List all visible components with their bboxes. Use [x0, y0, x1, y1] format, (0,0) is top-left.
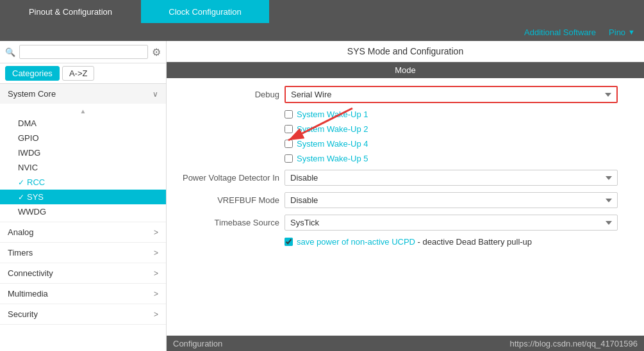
connectivity-chevron-icon: >	[154, 269, 158, 278]
clock-config-tab[interactable]: Clock Configuration	[141, 0, 269, 23]
sidebar-search-row: 🔍 ⚙	[0, 41, 166, 63]
rcc-check-icon: ✓	[18, 178, 24, 187]
system-core-items: ▲ DMA GPIO IWDG NVIC ✓ RCC	[0, 104, 166, 222]
wakeup2-checkbox[interactable]	[285, 125, 293, 133]
pino-chevron-icon: ▼	[628, 28, 635, 36]
clock-config-label: Clock Configuration	[169, 7, 241, 17]
pinout-config-tab[interactable]: Pinout & Configuration	[0, 0, 141, 23]
save-power-black-text: - deactive Dead Battery pull-up	[415, 237, 532, 247]
debug-select[interactable]: Serial Wire JTAG (5 pins) JTAG (4 pins) …	[285, 86, 618, 103]
additional-software-label: Additional Software	[524, 28, 596, 37]
tree-section-timers: Timers >	[0, 243, 166, 263]
mode-section-header: Mode	[167, 62, 644, 78]
search-input[interactable]	[19, 45, 148, 59]
main-layout: 🔍 ⚙ Categories A->Z System Core ∨ ▲	[0, 41, 644, 351]
sys-label: SYS	[27, 192, 44, 202]
timers-header[interactable]: Timers >	[0, 243, 166, 263]
status-bar: Configuration https://blog.csdn.net/qq_4…	[167, 336, 644, 351]
vrefbuf-label: VREFBUF Mode	[177, 195, 279, 205]
wakeup4-label[interactable]: System Wake-Up 4	[297, 139, 368, 149]
power-voltage-label: Power Voltage Detector In	[177, 173, 279, 183]
timebase-row: Timebase Source SysTick	[177, 215, 634, 231]
tree-section-security: Security >	[0, 304, 166, 325]
multimedia-chevron-icon: >	[154, 290, 158, 298]
status-left: Configuration	[173, 339, 222, 348]
content-body: Debug Serial Wire JTAG (5 pins) JTAG (4 …	[167, 78, 644, 336]
wakeup2-row: System Wake-Up 2	[285, 124, 634, 134]
vrefbuf-select[interactable]: Disable	[285, 192, 618, 208]
analog-chevron-icon: >	[154, 228, 158, 237]
status-right: https://blog.csdn.net/qq_41701596	[510, 339, 638, 348]
system-core-header[interactable]: System Core ∨	[0, 84, 166, 104]
security-header[interactable]: Security >	[0, 304, 166, 324]
content-wrapper: SYS Mode and Configuration Mode Debug Se…	[167, 41, 644, 351]
system-core-chevron-icon: ∨	[153, 90, 158, 99]
wakeup2-text: System Wake-Up 2	[297, 124, 368, 134]
save-power-blue-text: save power of non-active UCPD	[297, 237, 415, 247]
sidebar-item-dma[interactable]: DMA	[0, 116, 166, 131]
additional-software-nav[interactable]: Additional Software	[518, 28, 602, 37]
wakeup5-checkbox[interactable]	[285, 154, 293, 163]
wakeup1-checkbox[interactable]	[285, 110, 293, 118]
gpio-label: GPIO	[18, 133, 39, 143]
nvic-label: NVIC	[18, 163, 38, 172]
power-voltage-row: Power Voltage Detector In Disable	[177, 170, 634, 186]
wakeup5-row: System Wake-Up 5	[285, 154, 634, 163]
sidebar-item-wwdg[interactable]: WWDG	[0, 204, 166, 219]
power-voltage-select[interactable]: Disable	[285, 170, 618, 186]
vrefbuf-row: VREFBUF Mode Disable	[177, 192, 634, 208]
tree-section-multimedia: Multimedia >	[0, 284, 166, 304]
system-core-label: System Core	[8, 89, 56, 99]
tab-az[interactable]: A->Z	[62, 66, 95, 81]
sidebar-item-nvic[interactable]: NVIC	[0, 160, 166, 175]
tab-az-label: A->Z	[69, 69, 88, 78]
tree-section-connectivity: Connectivity >	[0, 263, 166, 284]
security-chevron-icon: >	[154, 310, 158, 319]
content-area: SYS Mode and Configuration Mode Debug Se…	[167, 41, 644, 336]
tree-section-analog: Analog >	[0, 222, 166, 243]
tab-categories[interactable]: Categories	[5, 66, 60, 81]
gear-icon[interactable]: ⚙	[152, 46, 161, 58]
debug-row: Debug Serial Wire JTAG (5 pins) JTAG (4 …	[177, 86, 634, 103]
wakeup2-label[interactable]: System Wake-Up 2	[297, 124, 368, 134]
tree-section-system-core: System Core ∨ ▲ DMA GPIO IWDG NVIC	[0, 84, 166, 222]
connectivity-header[interactable]: Connectivity >	[0, 263, 166, 283]
debug-label: Debug	[177, 90, 279, 99]
wwdg-label: WWDG	[18, 207, 46, 216]
analog-header[interactable]: Analog >	[0, 222, 166, 242]
pino-label: Pino	[609, 28, 625, 37]
content-title: SYS Mode and Configuration	[167, 41, 644, 62]
sort-up-icon: ▲	[80, 108, 87, 115]
search-icon: 🔍	[5, 47, 15, 57]
multimedia-header[interactable]: Multimedia >	[0, 284, 166, 304]
multimedia-label: Multimedia	[8, 289, 48, 298]
iwdg-label: IWDG	[18, 148, 40, 158]
pino-nav[interactable]: Pino ▼	[602, 28, 641, 37]
sys-check-icon: ✓	[18, 193, 24, 202]
wakeup4-row: System Wake-Up 4	[285, 139, 634, 149]
sidebar-item-gpio[interactable]: GPIO	[0, 131, 166, 145]
save-power-row: save power of non-active UCPD - deactive…	[285, 237, 634, 247]
wakeup5-label[interactable]: System Wake-Up 5	[297, 154, 368, 163]
pinout-config-label: Pinout & Configuration	[29, 7, 112, 17]
sidebar-item-rcc[interactable]: ✓ RCC	[0, 175, 166, 190]
wakeup1-text: System Wake-Up 1	[297, 110, 368, 119]
save-power-checkbox[interactable]	[285, 238, 293, 246]
timers-chevron-icon: >	[154, 249, 158, 257]
wakeup4-checkbox[interactable]	[285, 140, 293, 148]
wakeup4-text: System Wake-Up 4	[297, 139, 368, 149]
top-nav: Pinout & Configuration Clock Configurati…	[0, 0, 644, 23]
analog-label: Analog	[8, 227, 33, 237]
timebase-label: Timebase Source	[177, 218, 279, 227]
rcc-label: RCC	[27, 177, 45, 187]
timers-label: Timers	[8, 248, 33, 257]
wakeup1-label[interactable]: System Wake-Up 1	[297, 110, 368, 119]
sidebar-tree: System Core ∨ ▲ DMA GPIO IWDG NVIC	[0, 84, 166, 351]
timebase-select[interactable]: SysTick	[285, 215, 618, 231]
wakeup1-row: System Wake-Up 1	[285, 110, 634, 119]
sidebar-item-iwdg[interactable]: IWDG	[0, 145, 166, 160]
save-power-label[interactable]: save power of non-active UCPD - deactive…	[297, 237, 532, 247]
sidebar-item-sys[interactable]: ✓ SYS	[0, 190, 166, 204]
dma-label: DMA	[18, 118, 37, 128]
sidebar-tabs: Categories A->Z	[0, 63, 166, 84]
